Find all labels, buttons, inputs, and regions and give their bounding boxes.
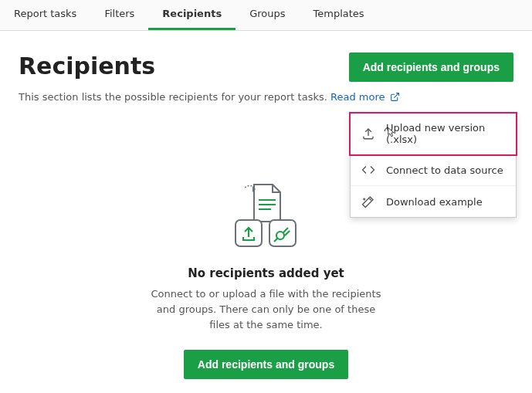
external-link-icon (390, 92, 400, 104)
tab-report-tasks[interactable]: Report tasks (0, 0, 90, 30)
dropdown-item-label: Connect to data source (386, 164, 503, 176)
upload-icon (361, 127, 375, 141)
add-recipients-dropdown: Upload new version (.xlsx) Connect to da… (350, 113, 517, 218)
tabbar: Report tasks Filters Recipients Groups T… (0, 0, 532, 31)
dropdown-item-connect[interactable]: Connect to data source (351, 154, 516, 186)
dropdown-item-label: Upload new version (.xlsx) (386, 122, 505, 145)
dropdown-item-download[interactable]: Download example (351, 186, 516, 217)
page-subtitle: This section lists the possible recipien… (19, 91, 327, 103)
tab-templates[interactable]: Templates (299, 0, 378, 30)
read-more-link[interactable]: Read more (330, 91, 400, 103)
page-title: Recipients (19, 53, 155, 80)
tab-recipients[interactable]: Recipients (148, 0, 236, 30)
dropdown-item-upload[interactable]: Upload new version (.xlsx) (351, 113, 516, 154)
wand-icon (361, 195, 375, 208)
dropdown-item-label: Download example (386, 196, 483, 208)
empty-state-text: Connect to or upload a file with the rec… (151, 286, 382, 333)
tab-filters[interactable]: Filters (90, 0, 148, 30)
add-recipients-button[interactable]: Add recipients and groups (349, 53, 513, 82)
empty-state-title: No recipients added yet (188, 266, 344, 280)
tab-groups[interactable]: Groups (236, 0, 299, 30)
code-icon (361, 163, 375, 177)
empty-state-illustration (220, 181, 313, 256)
add-recipients-button-bottom[interactable]: Add recipients and groups (184, 350, 348, 379)
svg-line-0 (394, 93, 398, 98)
